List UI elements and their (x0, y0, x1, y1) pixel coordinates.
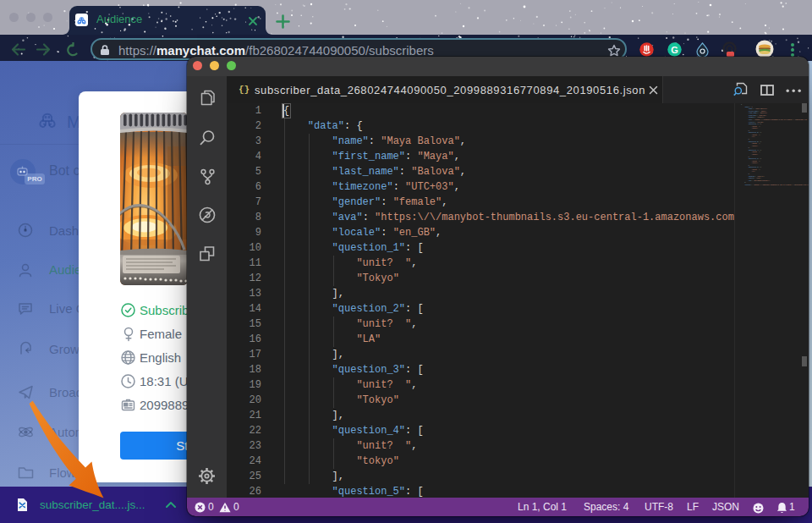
svg-text:G: G (671, 45, 678, 55)
